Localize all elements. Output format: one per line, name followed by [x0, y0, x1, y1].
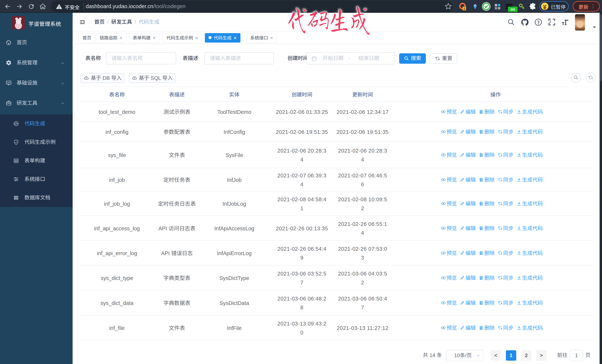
svg-text:1: 1 [463, 7, 465, 10]
